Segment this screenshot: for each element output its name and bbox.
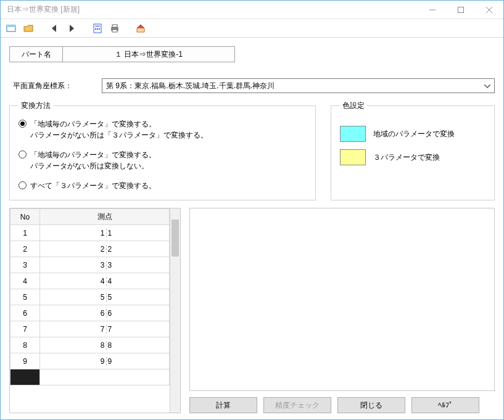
bottom-row: No 測点 111222333444555666777888999 計算 精度チ… xyxy=(9,208,495,413)
close-dialog-button[interactable]: 閉じる xyxy=(337,397,405,413)
row-point[interactable]: 77 xyxy=(40,321,170,337)
calculate-button[interactable]: 計算 xyxy=(189,397,257,413)
points-grid[interactable]: No 測点 111222333444555666777888999 xyxy=(9,208,181,413)
row-point[interactable]: 11 xyxy=(40,225,170,241)
color-label-3param: ３パラメータで変換 xyxy=(373,152,440,163)
scrollbar-thumb[interactable] xyxy=(171,220,179,257)
method-option-2[interactable]: 「地域毎のパラメータ」で変換する。 パラメータがない所は変換しない。 xyxy=(19,149,307,171)
table-row[interactable]: 666 xyxy=(10,305,170,321)
method-option-3[interactable]: すべて「３パラメータ」で変換する。 xyxy=(19,180,307,191)
svg-rect-9 xyxy=(97,28,98,30)
coordinate-system-row: 平面直角座標系： 第 9系：東京.福島.栃木.茨城.埼玉.千葉.群馬.神奈川 xyxy=(9,78,495,93)
preview-panel xyxy=(189,208,495,391)
table-row[interactable]: 777 xyxy=(10,321,170,337)
row-no: 2 xyxy=(10,241,40,257)
options-row: 変換方法 「地域毎のパラメータ」で変換する。 パラメータがない所は「３パラメータ… xyxy=(9,101,495,200)
content-area: パート名 １ 日本⇒世界変換-1 平面直角座標系： 第 9系：東京.福島.栃木.… xyxy=(1,38,503,419)
conversion-method-legend: 変換方法 xyxy=(19,101,53,111)
color-swatch-3param[interactable] xyxy=(340,149,366,165)
titlebar: 日本⇒世界変換 [新規] xyxy=(1,1,503,19)
grid-header-no[interactable]: No xyxy=(10,209,40,225)
close-button[interactable] xyxy=(475,1,503,19)
table-row[interactable]: 999 xyxy=(10,353,170,369)
row-no: 5 xyxy=(10,289,40,305)
conversion-method-group: 変換方法 「地域毎のパラメータ」で変換する。 パラメータがない所は「３パラメータ… xyxy=(9,101,316,200)
radio-icon xyxy=(19,181,27,189)
calculator-icon[interactable] xyxy=(92,23,103,34)
svg-rect-10 xyxy=(99,28,100,30)
help-button[interactable]: ﾍﾙﾌﾟ xyxy=(411,397,479,413)
table-row[interactable]: 888 xyxy=(10,337,170,353)
row-point[interactable]: 55 xyxy=(40,289,170,305)
color-swatch-region[interactable] xyxy=(340,126,366,142)
right-area: 計算 精度チェック 閉じる ﾍﾙﾌﾟ xyxy=(189,208,495,413)
maximize-button[interactable] xyxy=(447,1,475,19)
action-buttons: 計算 精度チェック 閉じる ﾍﾙﾌﾟ xyxy=(189,397,495,413)
row-no: 6 xyxy=(10,305,40,321)
svg-rect-8 xyxy=(95,28,96,30)
color-row-3param: ３パラメータで変換 xyxy=(340,149,485,165)
row-point[interactable]: 33 xyxy=(40,257,170,273)
coordinate-system-value: 第 9系：東京.福島.栃木.茨城.埼玉.千葉.群馬.神奈川 xyxy=(106,81,275,91)
part-name-value[interactable]: １ 日本⇒世界変換-1 xyxy=(62,46,235,62)
row-no: 3 xyxy=(10,257,40,273)
open-icon[interactable] xyxy=(23,23,34,34)
grid-header-pt[interactable]: 測点 xyxy=(40,209,170,225)
row-no: 9 xyxy=(10,353,40,369)
radio-icon xyxy=(19,150,27,159)
svg-rect-5 xyxy=(7,25,15,27)
table-row[interactable]: 555 xyxy=(10,289,170,305)
app-window: 日本⇒世界変換 [新規] xyxy=(0,0,504,420)
row-point[interactable]: 66 xyxy=(40,305,170,321)
svg-rect-12 xyxy=(112,25,117,27)
row-point[interactable]: 22 xyxy=(40,241,170,257)
method-option-1[interactable]: 「地域毎のパラメータ」で変換する。 パラメータがない所は「３パラメータ」で変換す… xyxy=(19,118,307,141)
chevron-down-icon xyxy=(484,81,490,90)
new-icon[interactable] xyxy=(6,23,17,34)
coordinate-system-select[interactable]: 第 9系：東京.福島.栃木.茨城.埼玉.千葉.群馬.神奈川 xyxy=(102,78,495,93)
table-row-active[interactable] xyxy=(10,369,170,385)
color-label-region: 地域のパラメータで変換 xyxy=(373,129,455,139)
prev-icon[interactable] xyxy=(49,23,60,34)
accuracy-check-button: 精度チェック xyxy=(263,397,331,413)
grid-scrollbar[interactable] xyxy=(170,208,180,413)
color-settings-legend: 色設定 xyxy=(340,101,367,111)
svg-rect-7 xyxy=(95,25,100,27)
next-icon[interactable] xyxy=(66,23,77,34)
window-title: 日本⇒世界変換 [新規] xyxy=(1,4,418,15)
row-point[interactable]: 99 xyxy=(40,353,170,369)
color-row-region: 地域のパラメータで変換 xyxy=(340,126,485,142)
row-no: 7 xyxy=(10,321,40,337)
svg-rect-13 xyxy=(112,30,117,32)
row-no: 4 xyxy=(10,273,40,289)
table-row[interactable]: 444 xyxy=(10,273,170,289)
part-name-header: パート名 xyxy=(9,46,62,62)
toolbar xyxy=(1,19,503,38)
part-name-row: パート名 １ 日本⇒世界変換-1 xyxy=(9,46,495,62)
table-row[interactable]: 333 xyxy=(10,257,170,273)
table-row[interactable]: 111 xyxy=(10,225,170,241)
home-icon[interactable] xyxy=(135,23,146,34)
color-settings-group: 色設定 地域のパラメータで変換 ３パラメータで変換 xyxy=(331,101,495,200)
row-point[interactable]: 44 xyxy=(40,273,170,289)
svg-rect-1 xyxy=(458,7,464,12)
row-no xyxy=(10,369,40,385)
coordinate-system-label: 平面直角座標系： xyxy=(9,81,96,91)
print-icon[interactable] xyxy=(109,23,120,34)
row-point[interactable] xyxy=(40,369,170,385)
row-no: 8 xyxy=(10,337,40,353)
window-controls xyxy=(418,1,503,19)
radio-icon xyxy=(19,120,27,128)
row-point[interactable]: 88 xyxy=(40,337,170,353)
table-row[interactable]: 222 xyxy=(10,241,170,257)
minimize-button[interactable] xyxy=(418,1,447,19)
row-no: 1 xyxy=(10,225,40,241)
